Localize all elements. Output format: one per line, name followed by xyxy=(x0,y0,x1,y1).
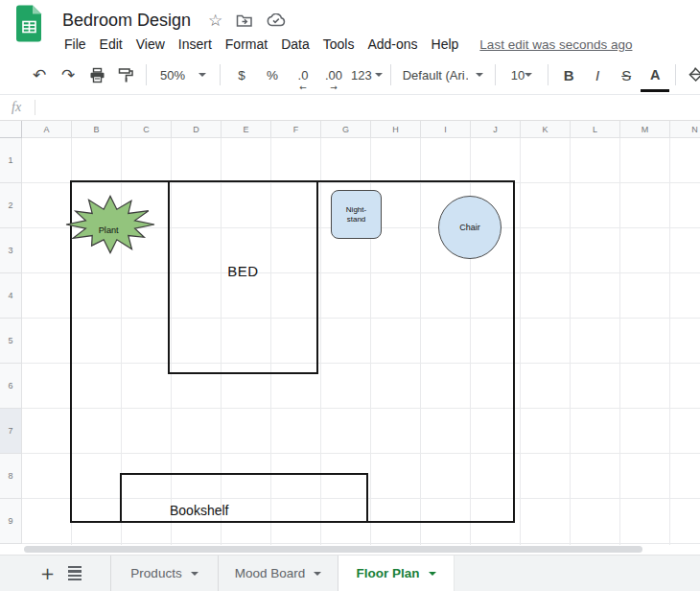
all-sheets-menu-icon[interactable] xyxy=(68,566,82,580)
chevron-down-icon[interactable] xyxy=(314,572,321,576)
toolbar-separator xyxy=(146,64,147,85)
cloud-saved-icon[interactable] xyxy=(267,13,286,27)
column-header[interactable]: H xyxy=(371,121,421,138)
horizontal-scrollbar xyxy=(0,545,700,555)
bookshelf-shape[interactable]: Bookshelf xyxy=(120,473,368,523)
column-header[interactable]: I xyxy=(421,121,471,138)
move-to-folder-icon[interactable] xyxy=(236,13,253,28)
column-header[interactable]: D xyxy=(172,121,222,138)
formula-bar: fx xyxy=(0,95,700,121)
nightstand-shape[interactable]: Night- stand xyxy=(331,190,382,239)
column-header[interactable]: N xyxy=(670,121,700,138)
column-header[interactable]: G xyxy=(321,121,371,138)
add-sheet-icon[interactable]: + xyxy=(40,565,55,582)
menu-help[interactable]: Help xyxy=(432,36,459,52)
chevron-down-icon xyxy=(198,73,206,77)
increase-decimal-button[interactable]: .00→ xyxy=(320,61,347,88)
redo-icon[interactable]: ↷ xyxy=(56,61,81,88)
row-header[interactable]: 7 xyxy=(0,409,22,454)
print-icon[interactable] xyxy=(84,61,109,88)
italic-button[interactable]: I xyxy=(585,61,610,88)
row-header[interactable]: 4 xyxy=(0,273,22,319)
sheet-tab-label: Floor Plan xyxy=(356,566,419,580)
sheet-tab-mood-board[interactable]: Mood Board xyxy=(218,556,338,591)
more-formats-button[interactable]: 123 xyxy=(351,61,383,88)
select-all-corner[interactable] xyxy=(0,121,22,138)
column-header[interactable]: K xyxy=(521,121,571,138)
font-size-value: 10 xyxy=(511,68,525,83)
column-header[interactable]: J xyxy=(471,121,521,138)
toolbar-separator xyxy=(390,64,391,85)
row-header[interactable]: 8 xyxy=(0,454,22,499)
strikethrough-button[interactable]: S xyxy=(614,61,639,88)
menubar: File Edit View Insert Format Data Tools … xyxy=(64,35,632,54)
sheet-tab-products[interactable]: Products xyxy=(110,556,218,591)
sheet-tab-label: Mood Board xyxy=(235,566,306,580)
chevron-down-icon[interactable] xyxy=(429,572,436,576)
sheet-tab-label: Products xyxy=(130,566,181,580)
chair-label: Chair xyxy=(459,223,480,232)
bed-shape[interactable]: BED xyxy=(168,180,318,374)
bookshelf-label: Bookshelf xyxy=(170,503,228,518)
zoom-select[interactable]: 50% xyxy=(152,68,214,83)
decrease-decimal-button[interactable]: .0← xyxy=(290,61,316,88)
menu-data[interactable]: Data xyxy=(281,36,310,52)
formula-input[interactable] xyxy=(35,95,700,120)
chair-shape[interactable]: Chair xyxy=(438,196,502,259)
text-color-button[interactable]: A xyxy=(642,61,667,88)
sheet-tab-floor-plan[interactable]: Floor Plan xyxy=(338,556,455,591)
menu-tools[interactable]: Tools xyxy=(323,36,355,52)
google-sheets-app: Bedroom Design ☆ File Edit View Insert F… xyxy=(0,0,700,591)
chevron-down-icon xyxy=(375,73,383,77)
menu-edit[interactable]: Edit xyxy=(100,36,123,52)
row-header[interactable]: 6 xyxy=(0,364,22,409)
format-currency-button[interactable]: $ xyxy=(228,61,255,88)
toolbar-separator xyxy=(548,64,548,85)
fill-color-button[interactable] xyxy=(684,61,700,88)
font-size-select[interactable]: 10 xyxy=(502,68,542,83)
chevron-down-icon xyxy=(525,73,532,77)
fx-label: fx xyxy=(12,100,21,115)
row-header[interactable]: 2 xyxy=(0,183,22,228)
plant-label: Plant xyxy=(99,225,119,235)
undo-icon[interactable]: ↶ xyxy=(27,61,52,88)
format-percent-button[interactable]: % xyxy=(259,61,286,88)
toolbar-separator xyxy=(495,64,496,85)
nightstand-label: Night- stand xyxy=(346,205,366,225)
document-title[interactable]: Bedroom Design xyxy=(62,11,191,31)
plant-starburst-shape[interactable]: Plant xyxy=(65,194,155,255)
toolbar-separator xyxy=(675,64,676,85)
star-icon[interactable]: ☆ xyxy=(208,11,222,30)
font-family-select[interactable]: Default (Ari… xyxy=(397,68,489,83)
sheet-tabbar: + Products Mood Board Floor Plan xyxy=(0,555,700,591)
column-header[interactable]: E xyxy=(222,121,271,138)
column-header[interactable]: L xyxy=(571,121,620,138)
menu-format[interactable]: Format xyxy=(225,36,268,52)
row-header[interactable]: 1 xyxy=(0,138,22,183)
row-header[interactable]: 5 xyxy=(0,319,22,364)
column-header[interactable]: F xyxy=(271,121,321,138)
menu-insert[interactable]: Insert xyxy=(178,36,212,52)
toolbar-separator xyxy=(220,64,221,85)
row-header[interactable]: 3 xyxy=(0,228,22,273)
document-title-row: Bedroom Design ☆ xyxy=(62,8,286,33)
paint-format-icon[interactable] xyxy=(113,61,138,88)
toolbar: ↶ ↷ 50% $ % .0← . xyxy=(0,56,700,95)
zoom-value: 50% xyxy=(160,68,185,83)
chevron-down-icon[interactable] xyxy=(191,572,198,576)
column-header[interactable]: A xyxy=(22,121,72,138)
column-header[interactable]: M xyxy=(620,121,670,138)
sheets-logo-icon[interactable] xyxy=(16,5,43,42)
bold-button[interactable]: B xyxy=(556,61,581,88)
menu-view[interactable]: View xyxy=(136,36,165,52)
column-headers: A B C D E F G H I J K L M N xyxy=(22,121,700,138)
chevron-down-icon xyxy=(476,73,483,77)
horizontal-scrollbar-thumb[interactable] xyxy=(24,546,642,553)
column-header[interactable]: B xyxy=(72,121,122,138)
row-header[interactable]: 9 xyxy=(0,499,22,544)
menu-addons[interactable]: Add-ons xyxy=(367,36,417,52)
column-header[interactable]: C xyxy=(122,121,172,138)
font-family-value: Default (Ari… xyxy=(403,68,468,83)
last-edit-status[interactable]: Last edit was seconds ago xyxy=(479,37,632,52)
menu-file[interactable]: File xyxy=(64,36,86,52)
